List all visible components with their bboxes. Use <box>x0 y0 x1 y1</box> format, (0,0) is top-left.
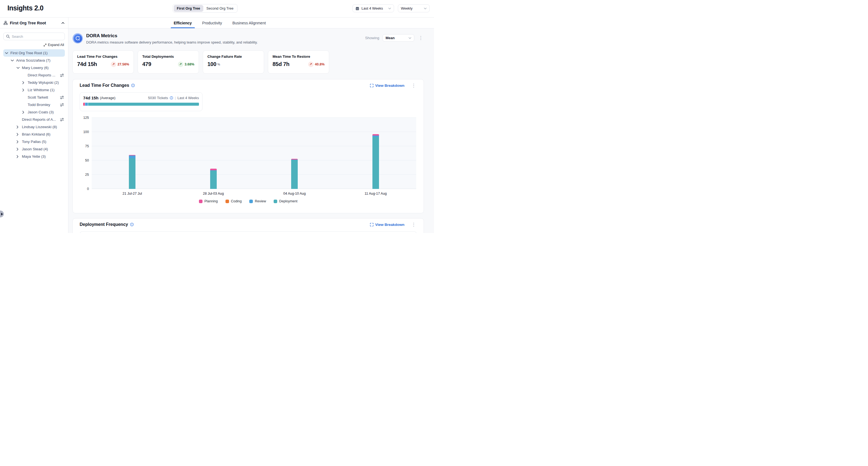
chevron-right-icon[interactable] <box>22 111 28 114</box>
trend-up-arrow-icon: ↗ <box>308 62 314 67</box>
chevron-up-icon[interactable] <box>61 22 65 24</box>
org-toggle-option[interactable]: First Org Tree <box>174 5 203 12</box>
x-axis-labels: 21 Jul-27 Jul28 Jul-03 Aug04 Aug-10 Aug1… <box>92 192 416 196</box>
tree-item-label: Teddy Wylupski (2) <box>28 81 59 85</box>
chevron-right-icon[interactable] <box>22 81 28 84</box>
section-title: Lead Time For Changes <box>80 83 129 88</box>
tree-item[interactable]: Jason Coats (3) <box>3 109 65 116</box>
kebab-menu-icon[interactable]: ⋮ <box>410 83 417 88</box>
tree-item[interactable]: Liz Whittome (1) <box>3 86 65 94</box>
tree-item[interactable]: First Org Tree Root (1) <box>3 49 65 57</box>
aggregation-value: Mean <box>385 36 406 40</box>
tree-item[interactable]: Direct Reports of A... <box>3 116 65 123</box>
tree-item-label: Brian Kirkland (6) <box>22 132 50 136</box>
chevron-right-icon[interactable] <box>17 133 22 136</box>
legend-item-coding: Coding <box>225 199 242 203</box>
legend-swatch <box>249 200 253 203</box>
expand-all-button[interactable]: Expand All <box>4 43 64 47</box>
trend-badge: ↗27.56% <box>111 62 129 67</box>
date-range-select[interactable]: Last 4 Weeks <box>352 4 394 12</box>
chart-bar[interactable] <box>372 134 379 189</box>
chevron-down-icon[interactable] <box>17 67 22 69</box>
kebab-menu-icon[interactable]: ⋮ <box>417 36 424 40</box>
filter-sliders-icon[interactable] <box>60 74 65 77</box>
filter-sliders-icon[interactable] <box>60 103 65 107</box>
tree-item-label: Maya Yette (3) <box>22 154 46 158</box>
chevron-down-icon[interactable] <box>11 59 16 62</box>
tree-item-label: Direct Reports ... <box>28 73 55 77</box>
metric-card-title: Mean Time To Restore <box>273 55 324 59</box>
aggregation-select[interactable]: Mean <box>382 34 414 41</box>
x-tick-label: 21 Jul-27 Jul <box>92 192 173 196</box>
granularity-select[interactable]: Weekly <box>398 4 430 12</box>
trend-badge: ↗3.68% <box>178 62 194 67</box>
sidebar-header: First Org Tree Root <box>0 18 68 28</box>
view-breakdown-button[interactable]: View Breakdown <box>370 84 404 88</box>
gridline <box>92 160 416 161</box>
info-icon[interactable] <box>170 96 173 100</box>
tree-item[interactable]: Todd Bromley <box>3 101 65 109</box>
tree-item-label: Direct Reports of A... <box>22 117 56 122</box>
trend-delta: 27.56% <box>118 62 129 66</box>
divider: | <box>175 96 176 100</box>
chart-bar[interactable] <box>210 169 217 189</box>
tab-business-alignment[interactable]: Business Alignment <box>232 18 266 28</box>
summary-period: Last 4 Weeks <box>177 96 199 100</box>
view-breakdown-button[interactable]: View Breakdown <box>370 223 404 227</box>
tree-item-label: Jason Coats (3) <box>28 110 54 114</box>
bar-segment-deployment <box>129 158 135 189</box>
chevron-right-icon[interactable] <box>17 155 22 158</box>
view-breakdown-expand-icon <box>370 223 374 227</box>
chart-bar[interactable] <box>291 159 298 189</box>
tree-item[interactable]: Tony Pallas (5) <box>3 138 65 145</box>
tree-item[interactable]: Teddy Wylupski (2) <box>3 79 65 86</box>
legend-item-review: Review <box>249 199 266 203</box>
org-tree: First Org Tree Root (1)Anna Scozzafava (… <box>0 49 68 160</box>
y-tick-label: 0 <box>80 187 89 191</box>
chart-plot-area <box>92 118 416 189</box>
chevron-right-icon[interactable] <box>22 88 28 92</box>
tree-item[interactable]: Direct Reports ... <box>3 71 65 79</box>
metric-card-title: Total Deployments <box>142 55 194 59</box>
main-area: EfficiencyProductivityBusiness Alignment… <box>68 18 434 233</box>
tree-item[interactable]: Brian Kirkland (6) <box>3 130 65 138</box>
kebab-menu-icon[interactable]: ⋮ <box>410 222 417 227</box>
x-tick-label: 04 Aug-10 Aug <box>254 192 335 196</box>
tree-item[interactable]: Lindsay Liszewski (8) <box>3 123 65 130</box>
tree-item[interactable]: Maya Yette (3) <box>3 153 65 160</box>
gridline <box>92 174 416 175</box>
chevron-right-icon[interactable] <box>17 148 22 151</box>
trend-up-arrow-icon: ↗ <box>178 62 183 67</box>
view-breakdown-expand-icon <box>370 84 374 87</box>
chevron-right-icon[interactable] <box>17 125 22 129</box>
metric-card: Total Deployments479↗3.68% <box>137 50 199 74</box>
legend-label: Deployment <box>279 199 298 203</box>
info-icon[interactable] <box>131 84 135 87</box>
metric-card-value: 100 <box>208 61 216 67</box>
tab-efficiency[interactable]: Efficiency <box>173 18 192 28</box>
deployment-summary-card <box>80 231 417 233</box>
org-tree-toggle: First Org TreeSecond Org Tree <box>173 4 238 12</box>
tree-item[interactable]: Scott Tarkett <box>3 94 65 101</box>
legend-label: Coding <box>231 199 242 203</box>
tree-item-label: First Org Tree Root (1) <box>10 51 48 55</box>
info-icon[interactable] <box>130 223 134 227</box>
tree-item[interactable]: Anna Scozzafava (7) <box>3 57 65 64</box>
trend-delta: 3.68% <box>185 62 194 66</box>
filter-sliders-icon[interactable] <box>60 118 65 122</box>
chevron-down-icon <box>424 8 427 9</box>
legend-item-planning: Planning <box>199 199 218 203</box>
y-tick-label: 100 <box>80 130 89 134</box>
tab-productivity[interactable]: Productivity <box>202 18 222 28</box>
chevron-down-icon[interactable] <box>5 52 10 54</box>
filter-sliders-icon[interactable] <box>60 95 65 99</box>
search-input[interactable] <box>12 34 62 38</box>
chart-bar[interactable] <box>129 155 135 189</box>
tree-item[interactable]: Jason Stead (4) <box>3 145 65 153</box>
chevron-right-icon[interactable] <box>17 140 22 143</box>
dora-title: DORA Metrics <box>86 33 258 38</box>
sidebar-search[interactable] <box>3 33 65 40</box>
tree-item[interactable]: Mary Lowery (6) <box>3 64 65 71</box>
org-toggle-option[interactable]: Second Org Tree <box>203 5 237 12</box>
legend-label: Review <box>255 199 266 203</box>
